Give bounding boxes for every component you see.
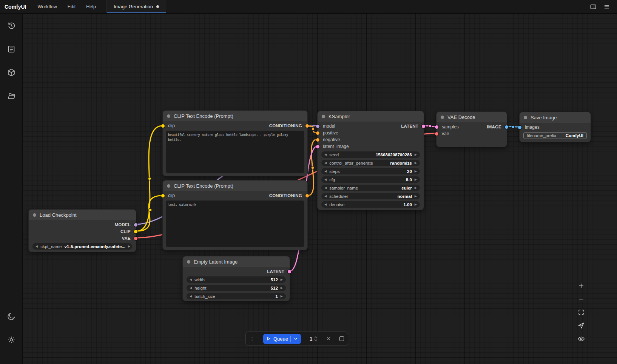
input-label-images: images (525, 125, 540, 130)
node-clip-text-encode-negative[interactable]: CLIP Text Encode (Prompt) clip CONDITION… (162, 180, 308, 250)
queue-button[interactable]: Queue (263, 334, 301, 344)
zoom-in-button[interactable] (575, 280, 587, 292)
decrement-arrow-icon[interactable]: ◀ (35, 245, 38, 248)
node-header[interactable]: KSampler (318, 111, 424, 122)
increment-arrow-icon[interactable]: ▶ (415, 178, 417, 181)
hamburger-menu-button[interactable] (601, 2, 612, 12)
model-library-button[interactable] (5, 66, 18, 79)
decrement-arrow-icon[interactable]: ◀ (324, 162, 327, 165)
theme-toggle-button[interactable] (5, 310, 18, 323)
link-midpoint-dot (512, 125, 515, 128)
port-negative-input[interactable] (316, 138, 319, 142)
port-clip-input[interactable] (161, 124, 165, 128)
node-vae-decode[interactable]: VAE Decode samples IMAGE vae (436, 111, 507, 147)
decrement-arrow-icon[interactable]: ◀ (324, 195, 327, 198)
increment-arrow-icon[interactable]: ▶ (281, 287, 283, 290)
node-header[interactable]: VAE Decode (437, 112, 507, 122)
menu-help[interactable]: Help (81, 0, 101, 13)
increment-arrow-icon[interactable]: ▶ (128, 245, 130, 248)
port-samples-input[interactable] (435, 125, 438, 129)
increment-arrow-icon[interactable]: ▶ (415, 203, 417, 206)
port-image-output[interactable] (505, 125, 508, 129)
widget-value: 156680208700286 (376, 153, 412, 157)
increment-arrow-icon[interactable]: ▶ (281, 295, 283, 298)
decrement-arrow-icon[interactable]: ◀ (324, 153, 327, 156)
decrement-arrow-icon[interactable]: ◀ (324, 170, 327, 173)
fit-view-button[interactable] (575, 307, 587, 318)
node-header[interactable]: Empty Latent Image (183, 256, 290, 267)
zoom-out-button[interactable] (575, 293, 587, 305)
drag-handle-icon[interactable]: ⋮ (250, 336, 255, 341)
port-positive-input[interactable] (316, 131, 319, 135)
graph-canvas[interactable]: Load Checkpoint MODEL CLIP VAE ◀ ckpt_na… (23, 14, 617, 364)
widget-filename-prefix[interactable]: filename_prefix ComfyUI (523, 132, 587, 139)
node-header[interactable]: Load Checkpoint (29, 210, 136, 220)
port-latent-output[interactable] (422, 125, 425, 128)
node-empty-latent-image[interactable]: Empty Latent Image LATENT ◀ width 512 ▶ … (182, 256, 290, 301)
port-vae-input[interactable] (435, 132, 438, 136)
port-latent-output[interactable] (288, 270, 291, 273)
node-header[interactable]: Save Image (520, 112, 591, 123)
prompt-text-input[interactable]: beautiful scenery nature glass bottle la… (166, 131, 304, 173)
history-button[interactable] (5, 19, 18, 32)
port-latent-image-input[interactable] (316, 145, 319, 148)
menu-edit[interactable]: Edit (62, 0, 81, 13)
decrement-arrow-icon[interactable]: ◀ (324, 178, 327, 181)
decrement-arrow-icon[interactable]: ◀ (324, 187, 327, 190)
port-vae-output[interactable] (134, 237, 137, 240)
tab-image-generation[interactable]: Image Generation (106, 0, 166, 13)
panel-toggle-button[interactable] (588, 2, 599, 12)
node-ksampler[interactable]: KSampler model LATENT positive negative … (317, 111, 424, 210)
port-model-input[interactable] (316, 125, 319, 128)
widget-steps[interactable]: ◀ steps 20 ▶ (321, 168, 420, 174)
node-load-checkpoint[interactable]: Load Checkpoint MODEL CLIP VAE ◀ ckpt_na… (28, 209, 136, 252)
settings-button[interactable] (5, 333, 18, 347)
pointer-mode-button[interactable] (575, 320, 587, 331)
stop-icon[interactable] (339, 336, 344, 341)
widget-width[interactable]: ◀ width 512 ▶ (187, 276, 286, 283)
node-clip-text-encode-positive[interactable]: CLIP Text Encode (Prompt) clip CONDITION… (162, 110, 308, 176)
toggle-visibility-button[interactable] (575, 333, 587, 344)
widget-sampler-name[interactable]: ◀ sampler_name euler ▶ (321, 185, 420, 191)
node-save-image[interactable]: Save Image images filename_prefix ComfyU… (519, 112, 591, 142)
slot-row: latent_image (318, 143, 424, 150)
increment-arrow-icon[interactable]: ▶ (415, 170, 417, 173)
node-header[interactable]: CLIP Text Encode (Prompt) (163, 180, 307, 191)
chevron-down-icon[interactable] (314, 339, 318, 342)
stepper-arrows[interactable] (314, 336, 318, 342)
port-clip-input[interactable] (161, 194, 165, 197)
decrement-arrow-icon[interactable]: ◀ (190, 295, 192, 298)
decrement-arrow-icon[interactable]: ◀ (190, 278, 192, 281)
chevron-down-icon[interactable] (293, 336, 298, 341)
chevron-up-icon[interactable] (314, 336, 318, 339)
node-slots: clip CONDITIONING (163, 191, 307, 199)
batch-count-stepper[interactable]: 1 (310, 336, 318, 342)
port-images-input[interactable] (518, 126, 521, 129)
increment-arrow-icon[interactable]: ▶ (415, 162, 417, 165)
widget-batch-size[interactable]: ◀ batch_size 1 ▶ (187, 293, 286, 299)
increment-arrow-icon[interactable]: ▶ (415, 153, 417, 156)
port-conditioning-output[interactable] (305, 124, 309, 128)
increment-arrow-icon[interactable]: ▶ (415, 195, 417, 198)
widget-scheduler[interactable]: ◀ scheduler normal ▶ (321, 193, 420, 199)
clear-queue-icon[interactable]: ✕ (326, 336, 331, 341)
app-logo[interactable]: ComfyUI (0, 0, 32, 13)
node-header[interactable]: CLIP Text Encode (Prompt) (163, 111, 307, 121)
widget-ckpt-name[interactable]: ◀ ckpt_name v1-5-pruned-emaonly.safete..… (32, 243, 132, 250)
widget-denoise[interactable]: ◀ denoise 1.00 ▶ (321, 201, 420, 208)
widget-seed[interactable]: ◀ seed 156680208700286 ▶ (321, 151, 420, 158)
prompt-text-input[interactable]: text, watermark (166, 201, 304, 247)
node-library-button[interactable] (5, 42, 18, 56)
decrement-arrow-icon[interactable]: ◀ (324, 203, 327, 206)
workflows-button[interactable] (5, 89, 18, 103)
widget-cfg[interactable]: ◀ cfg 8.0 ▶ (321, 176, 420, 183)
decrement-arrow-icon[interactable]: ◀ (190, 287, 192, 290)
port-conditioning-output[interactable] (305, 194, 309, 197)
widget-control-after-generate[interactable]: ◀ control_after_generate randomize ▶ (321, 160, 420, 166)
port-clip-output[interactable] (134, 230, 137, 233)
port-model-output[interactable] (134, 223, 137, 227)
widget-height[interactable]: ◀ height 512 ▶ (187, 285, 286, 291)
menu-workflow[interactable]: Workflow (32, 0, 62, 13)
increment-arrow-icon[interactable]: ▶ (281, 278, 283, 281)
increment-arrow-icon[interactable]: ▶ (415, 187, 417, 190)
